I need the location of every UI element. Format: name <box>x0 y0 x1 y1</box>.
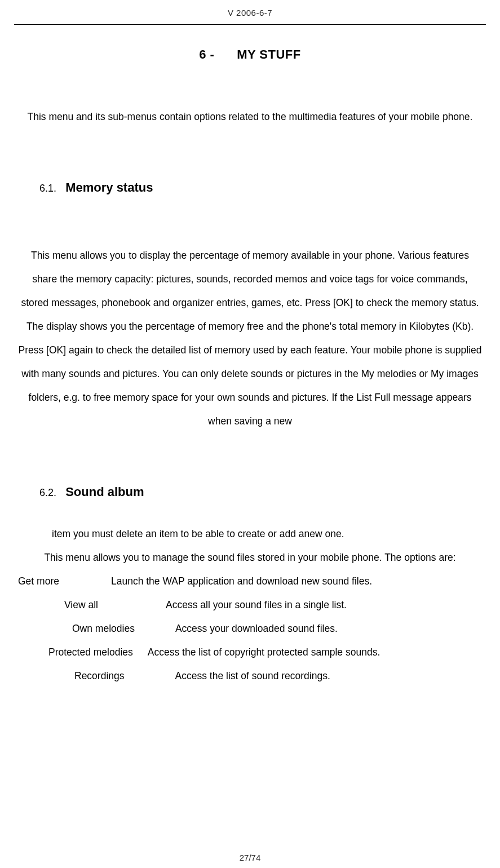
header-version: V 2006-6-7 <box>0 0 500 24</box>
option-name: Protected melodies <box>48 640 133 664</box>
section-title: Memory status <box>65 180 153 194</box>
sound-intro: This menu allows you to manage the sound… <box>18 546 482 569</box>
option-desc: Access the list of sound recordings. <box>175 664 330 688</box>
chapter-name: MY STUFF <box>237 47 301 61</box>
continued-sentence: item you must delete an item to be able … <box>52 522 482 546</box>
section-body-memory: This menu allows you to display the perc… <box>18 243 482 433</box>
chapter-number: 6 - <box>199 47 214 61</box>
option-desc: Access your downloaded sound files. <box>175 617 338 640</box>
option-name: Recordings <box>74 664 125 688</box>
option-name: View all <box>64 593 98 617</box>
option-recordings: Recordings Access the list of sound reco… <box>74 664 482 688</box>
header-rule <box>14 24 486 25</box>
option-desc: Access the list of copyright protected s… <box>148 640 380 664</box>
options-list: Get more Launch the WAP application and … <box>18 569 482 688</box>
chapter-intro: This menu and its sub-menus contain opti… <box>18 105 482 129</box>
option-get-more: Get more Launch the WAP application and … <box>18 569 482 593</box>
section-number: 6.1. <box>39 183 56 194</box>
option-name: Own melodies <box>72 617 135 640</box>
option-protected-melodies: Protected melodies Access the list of co… <box>48 640 482 664</box>
section-heading-sound: 6.2. Sound album <box>39 485 482 499</box>
option-desc: Access all your sound files in a single … <box>166 593 347 617</box>
page-content: 6 - MY STUFF This menu and its sub-menus… <box>0 47 500 688</box>
section-number: 6.2. <box>39 487 56 498</box>
section-heading-memory: 6.1. Memory status <box>39 180 482 195</box>
page-number: 27/74 <box>0 853 500 862</box>
section-body-sound: item you must delete an item to be able … <box>18 522 482 569</box>
option-name: Get more <box>18 569 59 593</box>
option-view-all: View all Access all your sound files in … <box>64 593 482 617</box>
option-own-melodies: Own melodies Access your downloaded soun… <box>72 617 482 640</box>
chapter-title: 6 - MY STUFF <box>18 47 482 62</box>
option-desc: Launch the WAP application and download … <box>111 569 372 593</box>
section-title: Sound album <box>65 485 144 499</box>
